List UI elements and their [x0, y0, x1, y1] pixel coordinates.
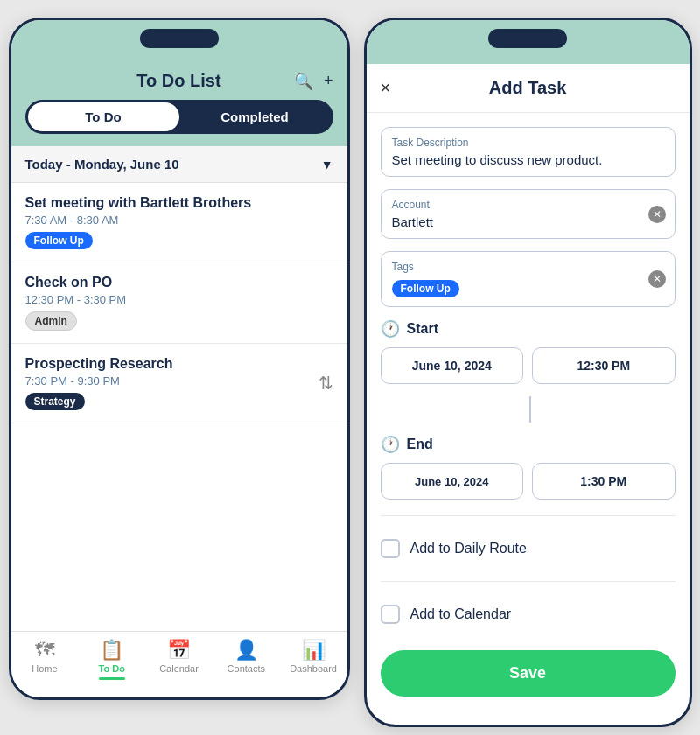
- search-button[interactable]: 🔍: [294, 72, 313, 91]
- task-time: 7:30 AM - 8:30 AM: [25, 214, 333, 227]
- nav-home[interactable]: 🗺 Home: [11, 639, 79, 680]
- start-section: 🕐 Start June 10, 2024 12:30 PM: [381, 319, 676, 384]
- account-clear-button[interactable]: ✕: [648, 206, 666, 223]
- start-label: Start: [407, 321, 438, 337]
- nav-dashboard[interactable]: 📊 Dashboard: [280, 639, 347, 680]
- account-value: Bartlett: [392, 214, 664, 229]
- daily-route-row: Add to Daily Route: [381, 532, 676, 565]
- end-section: 🕐 End June 10, 2024 1:30 PM: [381, 435, 676, 500]
- nav-todo[interactable]: 📋 To Do: [78, 639, 145, 680]
- page-title: To Do List: [136, 71, 220, 91]
- connector-line: [529, 396, 531, 423]
- end-label: End: [407, 437, 433, 452]
- form-body: Task Description Set meeting to discuss …: [367, 113, 690, 724]
- close-button[interactable]: ×: [381, 78, 391, 98]
- add-calendar-label: Add to Calendar: [410, 606, 512, 622]
- date-row[interactable]: Today - Monday, June 10 ▼: [11, 146, 347, 183]
- add-task-header: × Add Task: [367, 64, 690, 113]
- task-description-label: Task Description: [392, 136, 664, 149]
- left-header: To Do List 🔍 + To Do Completed: [11, 64, 347, 146]
- task-time: 12:30 PM - 3:30 PM: [25, 293, 333, 306]
- end-date-field[interactable]: June 10, 2024: [381, 463, 524, 500]
- start-date-field[interactable]: June 10, 2024: [381, 347, 524, 384]
- tab-bar: To Do Completed: [25, 100, 333, 134]
- nav-label-dashboard: Dashboard: [290, 663, 337, 674]
- task-description-value: Set meeting to discuss new product.: [392, 152, 664, 167]
- bottom-nav: 🗺 Home 📋 To Do 📅 Calendar 👤 Contacts 📊 D…: [11, 631, 347, 697]
- chevron-down-icon: ▼: [321, 158, 333, 172]
- account-label: Account: [392, 199, 664, 211]
- notch-right: [367, 20, 690, 64]
- tag-follow-up-badge[interactable]: Follow Up: [392, 280, 459, 298]
- left-phone: To Do List 🔍 + To Do Completed Today - M…: [9, 18, 350, 700]
- nav-label-home: Home: [32, 663, 57, 674]
- notch-pill-left: [140, 29, 219, 48]
- task-title: Set meeting with Bartlett Brothers: [25, 195, 333, 211]
- save-button[interactable]: Save: [381, 650, 676, 696]
- nav-active-indicator: [99, 677, 125, 680]
- start-time-field[interactable]: 12:30 PM: [532, 347, 676, 384]
- tag-strategy[interactable]: Strategy: [25, 393, 85, 410]
- nav-label-calendar: Calendar: [159, 663, 199, 674]
- divider-2: [381, 581, 676, 582]
- dashboard-icon: 📊: [302, 639, 326, 662]
- right-phone: × Add Task Task Description Set meeting …: [364, 18, 692, 727]
- calendar-row: Add to Calendar: [381, 598, 676, 631]
- task-time: 7:30 PM - 9:30 PM: [25, 374, 333, 388]
- add-task-button[interactable]: +: [324, 72, 333, 91]
- task-title: Prospecting Research: [25, 356, 333, 372]
- end-time-field[interactable]: 1:30 PM: [532, 463, 676, 500]
- nav-calendar[interactable]: 📅 Calendar: [145, 639, 213, 680]
- list-item[interactable]: Check on PO 12:30 PM - 3:30 PM Admin: [11, 262, 347, 344]
- daily-route-checkbox[interactable]: [381, 539, 400, 558]
- todo-icon: 📋: [100, 639, 123, 662]
- daily-route-label: Add to Daily Route: [410, 541, 527, 556]
- account-field[interactable]: Account Bartlett ✕: [381, 189, 676, 239]
- tag-follow-up[interactable]: Follow Up: [25, 232, 93, 249]
- end-date-value: June 10, 2024: [415, 475, 489, 488]
- home-icon: 🗺: [35, 639, 54, 662]
- notch-left: [11, 20, 347, 64]
- tab-todo[interactable]: To Do: [28, 102, 179, 131]
- add-task-title: Add Task: [489, 78, 567, 98]
- tags-clear-button[interactable]: ✕: [648, 270, 666, 288]
- calendar-icon: 📅: [167, 639, 191, 662]
- route-icon: ⇅: [318, 373, 333, 394]
- contacts-icon: 👤: [234, 639, 258, 662]
- tab-completed[interactable]: Completed: [179, 102, 331, 131]
- tag-admin[interactable]: Admin: [25, 312, 77, 331]
- list-item[interactable]: Set meeting with Bartlett Brothers 7:30 …: [11, 183, 347, 262]
- list-item[interactable]: Prospecting Research 7:30 PM - 9:30 PM S…: [11, 344, 347, 424]
- nav-contacts[interactable]: 👤 Contacts: [213, 639, 280, 680]
- tags-label: Tags: [392, 261, 664, 273]
- divider-1: [381, 515, 676, 516]
- nav-label-todo: To Do: [99, 663, 125, 674]
- nav-label-contacts: Contacts: [228, 663, 265, 674]
- date-label: Today - Monday, June 10: [25, 157, 179, 172]
- task-title: Check on PO: [25, 275, 333, 290]
- tags-field[interactable]: Tags Follow Up ✕: [381, 251, 676, 307]
- clock-icon-end: 🕐: [381, 435, 400, 454]
- datetime-connector: [386, 396, 676, 423]
- task-description-field[interactable]: Task Description Set meeting to discuss …: [381, 127, 676, 177]
- clock-icon-start: 🕐: [381, 319, 400, 339]
- task-list: Set meeting with Bartlett Brothers 7:30 …: [11, 183, 347, 424]
- add-calendar-checkbox[interactable]: [381, 605, 400, 624]
- notch-pill-right: [488, 29, 567, 48]
